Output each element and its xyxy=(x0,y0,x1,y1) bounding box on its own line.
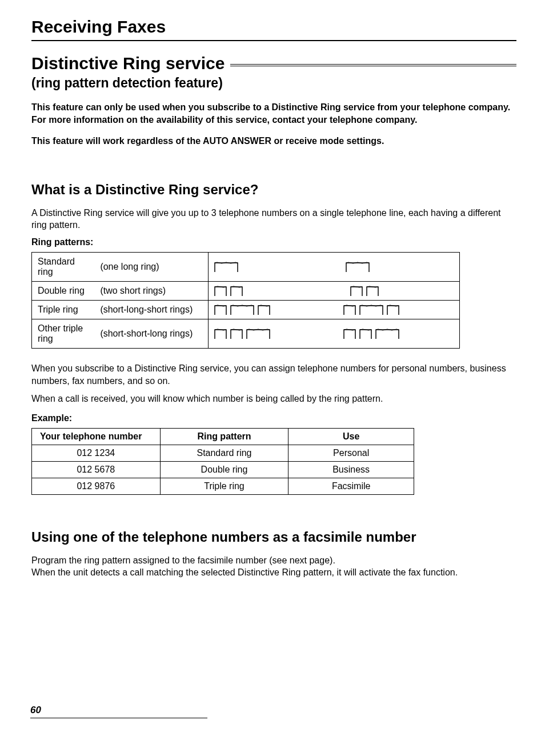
pattern-desc: (short-long-short rings) xyxy=(94,300,208,319)
title-rule-icon xyxy=(230,64,516,66)
pattern-desc: (short-short-long rings) xyxy=(94,319,208,348)
example-label: Example: xyxy=(31,413,516,423)
section-title: Distinctive Ring service xyxy=(31,54,225,73)
using-paragraph-2: When the unit detects a call matching th… xyxy=(31,566,516,579)
cell-pattern: Triple ring xyxy=(160,478,288,494)
col-header-number: Your telephone number xyxy=(32,428,161,445)
table-row: 012 9876 Triple ring Facsimile xyxy=(32,478,414,494)
intro-paragraph-2: This feature will work regardless of the… xyxy=(31,135,516,147)
ring-pulse-icon xyxy=(343,328,356,339)
pattern-wave xyxy=(209,319,460,348)
pattern-wave xyxy=(209,281,460,300)
ring-pulse-icon xyxy=(359,328,372,339)
pattern-desc: (one long ring) xyxy=(94,252,208,281)
table-row: Triple ring (short-long-short rings) xyxy=(32,300,460,319)
what-paragraph: A Distinctive Ring service will give you… xyxy=(31,207,516,231)
ring-pulse-icon xyxy=(246,328,270,339)
ring-pulse-icon xyxy=(214,328,227,339)
intro-paragraph-1: This feature can only be used when you s… xyxy=(31,101,516,126)
pattern-name: Double ring xyxy=(32,281,95,300)
cell-use: Personal xyxy=(288,445,414,461)
cell-pattern: Double ring xyxy=(160,461,288,478)
table-header-row: Your telephone number Ring pattern Use xyxy=(32,428,414,445)
table-row: Standard ring (one long ring) xyxy=(32,252,460,281)
cell-use: Facsimile xyxy=(288,478,414,494)
ring-pulse-icon xyxy=(375,328,399,339)
col-header-pattern: Ring pattern xyxy=(160,428,288,445)
cell-number: 012 9876 xyxy=(32,478,161,494)
table-row: 012 1234 Standard ring Personal xyxy=(32,445,414,461)
pattern-desc: (two short rings) xyxy=(94,281,208,300)
ring-pulse-icon xyxy=(258,304,270,315)
cell-number: 012 1234 xyxy=(32,445,161,461)
title-row: Distinctive Ring service xyxy=(31,54,516,73)
ring-pulse-icon xyxy=(366,285,379,297)
ring-pulse-icon xyxy=(343,304,356,315)
ring-pulse-icon xyxy=(214,261,238,273)
col-header-use: Use xyxy=(288,428,414,445)
ring-pulse-icon xyxy=(230,304,254,315)
ring-patterns-table: Standard ring (one long ring) Double rin… xyxy=(31,252,460,349)
pattern-name: Standard ring xyxy=(32,252,95,281)
page-header: Receiving Faxes xyxy=(31,17,516,41)
pattern-name: Other triple ring xyxy=(32,319,95,348)
table-row: Other triple ring (short-short-long ring… xyxy=(32,319,460,348)
table-row: 012 5678 Double ring Business xyxy=(32,461,414,478)
example-table: Your telephone number Ring pattern Use 0… xyxy=(31,428,414,495)
section-subtitle: (ring pattern detection feature) xyxy=(31,75,516,91)
ring-patterns-label: Ring patterns: xyxy=(31,237,516,247)
ring-pulse-icon xyxy=(350,285,363,297)
pattern-wave xyxy=(209,300,460,319)
ring-pulse-icon xyxy=(346,261,370,273)
ring-pulse-icon xyxy=(387,304,399,315)
ring-pulse-icon xyxy=(359,304,383,315)
after-paragraph-1: When you subscribe to a Distinctive Ring… xyxy=(31,362,516,387)
what-heading: What is a Distinctive Ring service? xyxy=(31,182,516,198)
after-paragraph-2: When a call is received, you will know w… xyxy=(31,393,516,405)
pattern-wave xyxy=(209,252,460,281)
ring-pulse-icon xyxy=(230,328,243,339)
cell-pattern: Standard ring xyxy=(160,445,288,461)
table-row: Double ring (two short rings) xyxy=(32,281,460,300)
ring-pulse-icon xyxy=(230,285,243,297)
ring-pulse-icon xyxy=(214,304,227,315)
page-number: 60 xyxy=(30,705,207,718)
cell-use: Business xyxy=(288,461,414,478)
pattern-name: Triple ring xyxy=(32,300,95,319)
using-heading: Using one of the telephone numbers as a … xyxy=(31,529,516,545)
ring-pulse-icon xyxy=(214,285,227,297)
using-paragraph-1: Program the ring pattern assigned to the… xyxy=(31,554,516,567)
cell-number: 012 5678 xyxy=(32,461,161,478)
